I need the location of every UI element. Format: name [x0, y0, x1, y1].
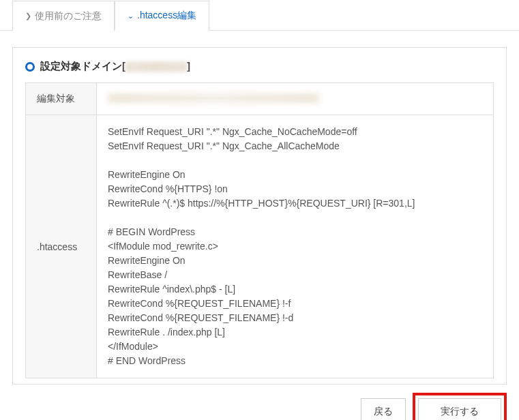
editor-panel: 設定対象ドメイン[] 編集対象 .htaccess SetEnvIf Reque… — [12, 47, 507, 385]
header-suffix: ] — [187, 60, 190, 72]
highlight-box: 実行する — [413, 393, 507, 420]
table-row: 編集対象 — [26, 83, 494, 115]
tab-label: 使用前のご注意 — [35, 10, 102, 22]
redacted-path — [108, 93, 319, 103]
htaccess-content[interactable]: SetEnvIf Request_URI ".*" Ngx_Cache_NoCa… — [108, 125, 482, 368]
tab-htaccess-edit[interactable]: ⌄ .htaccess編集 — [115, 1, 209, 31]
settings-table: 編集対象 .htaccess SetEnvIf Request_URI ".*"… — [25, 82, 494, 378]
footer-buttons: 戻る 実行する — [0, 385, 519, 420]
redacted-domain — [125, 62, 187, 72]
chevron-down-icon: ⌄ — [128, 12, 134, 20]
table-row: .htaccess SetEnvIf Request_URI ".*" Ngx_… — [26, 115, 494, 378]
execute-button[interactable]: 実行する — [418, 398, 501, 420]
tab-label: .htaccess編集 — [137, 10, 196, 22]
tab-notice[interactable]: ❯ 使用前のご注意 — [12, 1, 115, 31]
row-label-target: 編集対象 — [26, 83, 97, 115]
row-value-htaccess: SetEnvIf Request_URI ".*" Ngx_Cache_NoCa… — [97, 115, 494, 378]
row-label-htaccess: .htaccess — [26, 115, 97, 378]
header-prefix: 設定対象ドメイン[ — [40, 60, 125, 72]
row-value-target — [97, 83, 494, 115]
radio-selected-icon — [25, 62, 35, 72]
panel-header: 設定対象ドメイン[] — [25, 60, 494, 82]
chevron-right-icon: ❯ — [25, 12, 31, 20]
tab-bar: ❯ 使用前のご注意 ⌄ .htaccess編集 — [0, 0, 519, 31]
back-button[interactable]: 戻る — [361, 398, 406, 420]
